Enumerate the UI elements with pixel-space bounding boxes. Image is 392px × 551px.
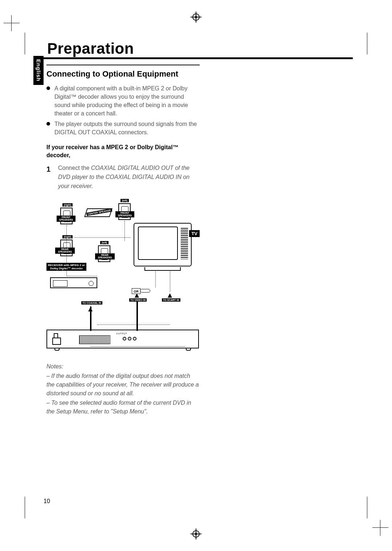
trim-guide-icon: [367, 33, 367, 54]
dotted-line: [67, 276, 97, 276]
scart-port-icon: [79, 335, 110, 344]
connection-diagram: (right) FRONT SPEAKERS (left) FRONT SPEA…: [46, 201, 199, 354]
rear-speakers-label: REAR SPEAKERS: [95, 253, 115, 260]
notes-label: Notes:: [46, 362, 200, 371]
trim-guide-icon: [25, 33, 25, 54]
to-coaxial-label: TO COAXIAL IN: [81, 301, 102, 305]
step-number: 1: [46, 164, 53, 191]
notes-block: Notes: – If the audio format of the digi…: [46, 362, 200, 416]
numbered-step: 1 Connect the COAXIAL DIGITAL AUDIO OUT …: [46, 164, 200, 191]
step-text: Connect the COAXIAL DIGITAL AUDIO OUT of…: [58, 164, 200, 191]
to-video-label: TO VIDEO IN: [129, 298, 147, 302]
note-item: – If the audio format of the digital out…: [46, 372, 200, 398]
chapter-title: Preparation: [47, 40, 134, 57]
trim-guide-icon: [367, 497, 367, 518]
registration-mark-icon: [191, 528, 201, 539]
tv-icon: [134, 223, 192, 270]
left-tag: (left): [100, 241, 109, 244]
right-tag: (right): [62, 235, 73, 238]
power-plug-icon: [52, 333, 62, 345]
bullet-item: The player outputs the surround sound si…: [46, 120, 200, 136]
or-label: OR: [132, 288, 140, 294]
dotted-line: [97, 325, 170, 325]
content-column: Connecting to Optional Equipment A digit…: [46, 65, 200, 417]
language-tab: English: [33, 56, 44, 85]
arrow-up-icon: [168, 293, 172, 298]
crop-mark-icon: [4, 15, 20, 31]
dotted-line: [155, 270, 156, 287]
dotted-line: [170, 270, 170, 292]
bullet-text: A digital component with a built-in MPEG…: [54, 84, 200, 118]
section-rule: [46, 65, 200, 65]
video-cable-icon: [136, 298, 138, 331]
tv-label: TV: [189, 230, 200, 237]
bullet-icon: [46, 122, 50, 126]
trim-guide-icon: [25, 497, 25, 518]
rear-speakers-label: REAR SPEAKERS: [55, 248, 75, 254]
right-tag: (right): [62, 203, 73, 207]
video-plug-icon: [140, 289, 150, 293]
bullet-text: The player outputs the surround sound si…: [54, 120, 200, 136]
to-scart-label: TO SCART IN: [162, 298, 180, 302]
rca-ports-icon: [122, 335, 141, 344]
arrow-up-icon: [88, 307, 93, 311]
dvd-player-icon: OUTPUT: [46, 330, 199, 348]
bullet-item: A digital component with a built-in MPEG…: [46, 84, 200, 118]
step-text-lead: Connect the: [58, 165, 91, 171]
section-heading: Connecting to Optional Equipment: [46, 69, 200, 79]
left-tag: (left): [121, 199, 129, 202]
dotted-line: [91, 346, 185, 347]
dotted-line: [75, 237, 131, 238]
dotted-line: [124, 221, 125, 241]
title-rule: [33, 57, 353, 59]
front-speakers-label: FRONT SPEAKERS: [57, 216, 75, 222]
crop-mark-icon: [372, 520, 388, 536]
registration-mark-icon: [191, 12, 201, 23]
manual-page: English Preparation Connecting to Option…: [0, 0, 392, 551]
note-item: – To see the selected audio format of th…: [46, 399, 200, 416]
dotted-line: [66, 225, 67, 276]
sub-heading: If your receiver has a MPEG 2 or Dolby D…: [46, 143, 200, 160]
page-number: 10: [44, 498, 50, 505]
bullet-icon: [46, 86, 50, 90]
output-label: OUTPUT: [116, 332, 127, 335]
receiver-icon: [50, 277, 97, 288]
front-speakers-label: FRONT SPEAKERS: [115, 211, 134, 217]
